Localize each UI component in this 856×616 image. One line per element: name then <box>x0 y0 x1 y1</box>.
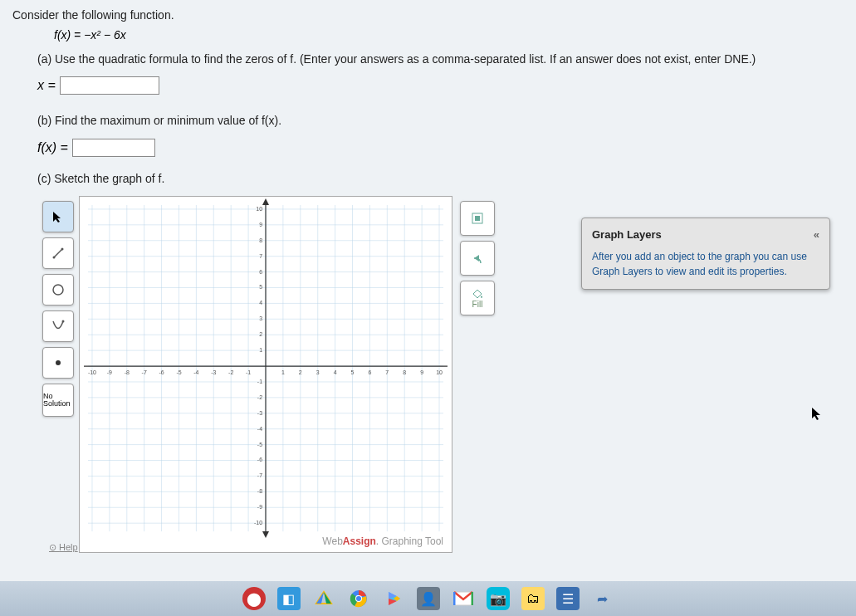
taskbar-chrome-icon[interactable] <box>347 587 370 610</box>
point-tool[interactable] <box>42 347 74 379</box>
svg-text:-10: -10 <box>88 369 96 375</box>
svg-text:5: 5 <box>351 369 355 375</box>
svg-text:-5: -5 <box>176 369 181 375</box>
taskbar-contact-icon[interactable]: 👤 <box>417 587 440 610</box>
svg-text:6: 6 <box>259 269 262 275</box>
svg-text:-7: -7 <box>257 473 262 479</box>
svg-text:4: 4 <box>259 301 262 306</box>
taskbar-share-icon[interactable]: ➦ <box>591 587 614 610</box>
graph-layers-panel: Graph Layers « After you add an object t… <box>581 218 830 290</box>
watermark-prefix: Web <box>322 535 342 547</box>
svg-text:4: 4 <box>334 369 337 375</box>
part-c-text: (c) Sketch the graph of f. <box>37 169 844 188</box>
taskbar-camera-icon[interactable]: ◧ <box>277 587 301 610</box>
svg-text:-3: -3 <box>211 369 216 375</box>
svg-text:-2: -2 <box>257 394 262 400</box>
svg-text:10: 10 <box>256 206 262 212</box>
svg-text:1: 1 <box>281 369 285 375</box>
watermark: WebAssign. Graphing Tool <box>322 535 443 547</box>
watermark-suffix: . Graphing Tool <box>376 535 443 547</box>
fill-button[interactable]: Fill <box>460 281 495 315</box>
svg-text:-9: -9 <box>107 369 112 375</box>
svg-text:2: 2 <box>259 331 262 337</box>
right-tools: Fill <box>452 196 502 553</box>
svg-text:6: 6 <box>368 369 371 375</box>
svg-text:3: 3 <box>316 369 320 375</box>
svg-text:-9: -9 <box>257 504 262 510</box>
svg-text:-7: -7 <box>142 369 147 375</box>
svg-text:8: 8 <box>403 369 406 375</box>
layers-body: After you add an object to the graph you… <box>592 249 819 279</box>
taskbar: ⬤ ◧ 👤 📷 🗂 ☰ ➦ <box>0 581 856 616</box>
part-b-text: (b) Find the maximum or minimum value of… <box>37 111 844 130</box>
fill-label: Fill <box>472 300 483 309</box>
parabola-tool[interactable] <box>42 310 74 342</box>
taskbar-camera2-icon[interactable]: 📷 <box>487 587 510 610</box>
svg-text:1: 1 <box>259 347 262 353</box>
taskbar-play-icon[interactable] <box>382 587 405 610</box>
collapse-button[interactable]: « <box>814 228 819 241</box>
svg-text:9: 9 <box>420 369 423 375</box>
svg-point-1 <box>53 257 56 259</box>
circle-tool[interactable] <box>42 274 74 306</box>
svg-text:-3: -3 <box>257 410 262 416</box>
no-solution-label: No Solution <box>43 393 73 408</box>
svg-text:-10: -10 <box>254 520 262 526</box>
taskbar-notes-icon[interactable]: ☰ <box>556 587 580 610</box>
svg-marker-49 <box>262 198 269 205</box>
svg-text:-8: -8 <box>125 369 130 375</box>
svg-text:-4: -4 <box>257 426 262 432</box>
part-a-input[interactable] <box>60 76 159 95</box>
part-b-prefix: f(x) = <box>37 140 68 155</box>
taskbar-explorer-icon[interactable]: 🗂 <box>521 587 545 610</box>
zoom-button[interactable] <box>460 201 495 236</box>
graph-canvas[interactable]: -10-9-8-7-6-5-4-3-2-112345678910-10-9-8-… <box>79 196 452 553</box>
help-label: Help <box>59 542 78 552</box>
watermark-bold: Assign <box>343 535 376 547</box>
graph-tool-sidebar: No Solution <box>37 196 79 553</box>
pointer-tool[interactable] <box>42 201 74 232</box>
svg-text:8: 8 <box>259 237 262 243</box>
layers-title: Graph Layers <box>592 228 662 241</box>
taskbar-gmail-icon[interactable] <box>452 587 475 610</box>
svg-text:-1: -1 <box>246 369 251 375</box>
svg-text:10: 10 <box>436 369 443 375</box>
no-solution-tool[interactable]: No Solution <box>42 384 74 417</box>
svg-point-5 <box>56 360 61 365</box>
svg-text:-4: -4 <box>193 369 198 375</box>
svg-rect-93 <box>475 216 480 221</box>
taskbar-record-icon[interactable]: ⬤ <box>242 587 266 610</box>
svg-text:5: 5 <box>259 285 262 291</box>
help-link[interactable]: ⊙ Help <box>49 542 78 553</box>
svg-point-101 <box>356 596 361 601</box>
svg-text:-6: -6 <box>257 457 262 463</box>
cursor-icon <box>811 407 823 425</box>
svg-text:-6: -6 <box>159 369 164 375</box>
svg-point-4 <box>62 320 65 323</box>
svg-text:3: 3 <box>259 315 262 321</box>
svg-text:7: 7 <box>385 369 389 375</box>
grid-svg: -10-9-8-7-6-5-4-3-2-112345678910-10-9-8-… <box>80 197 452 552</box>
question-intro: Consider the following function. <box>12 8 844 22</box>
undo-button[interactable] <box>460 241 495 276</box>
part-a-prefix: x = <box>37 78 56 93</box>
svg-text:7: 7 <box>259 253 262 259</box>
part-a-text: (a) Use the quadratic formula to find th… <box>37 50 844 68</box>
svg-text:9: 9 <box>259 222 262 227</box>
svg-text:2: 2 <box>299 369 302 375</box>
bucket-icon <box>472 288 483 300</box>
svg-text:-1: -1 <box>257 379 262 384</box>
svg-text:-8: -8 <box>257 489 262 495</box>
svg-marker-50 <box>262 531 269 538</box>
question-formula: f(x) = −x² − 6x <box>54 28 844 42</box>
line-tool[interactable] <box>42 237 74 269</box>
svg-text:-2: -2 <box>228 369 233 375</box>
svg-text:-5: -5 <box>257 442 262 447</box>
svg-line-0 <box>54 249 62 257</box>
part-b-input[interactable] <box>72 139 155 157</box>
taskbar-drive-icon[interactable] <box>312 587 335 610</box>
svg-point-3 <box>53 285 63 295</box>
svg-point-2 <box>61 248 64 251</box>
